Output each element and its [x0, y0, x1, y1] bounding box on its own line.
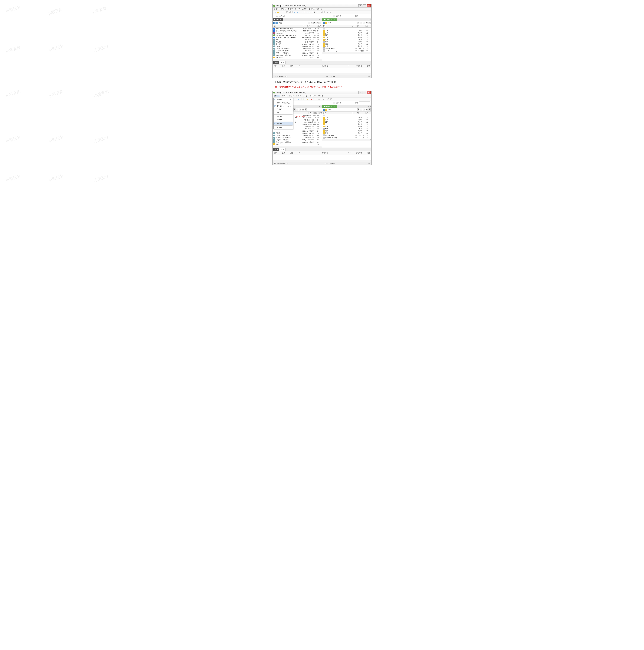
col-size[interactable]: 大小 [297, 25, 306, 28]
menu-item[interactable]: 新建(N)...Ctrl+N [273, 98, 293, 101]
col-size[interactable]: 大小 [346, 25, 356, 28]
tab-close-icon[interactable]: × [334, 19, 335, 21]
remote-scrollbar[interactable] [322, 52, 372, 54]
open-icon[interactable] [277, 11, 279, 13]
menu-item[interactable]: 打开(O)...Ctrl+O [273, 104, 293, 108]
menu-item[interactable]: 导出(E)... [273, 118, 293, 121]
tab-close-icon[interactable]: × [334, 106, 335, 107]
menu-window[interactable]: 窗口(W) [309, 8, 314, 10]
menu-window[interactable]: 窗口(W) [310, 95, 315, 97]
file-row[interactable]: 01_尚硅谷大数据技术之Hadoop（入门）V…53.91MBDOCX 文档20… [273, 36, 322, 39]
file-row[interactable]: 视频文件夹20 [322, 130, 372, 132]
maximize-button[interactable]: □ [363, 4, 367, 7]
new-session-icon[interactable] [274, 11, 276, 13]
transfer-tab[interactable]: 传输 [273, 61, 279, 64]
file-row[interactable]: 新建文件夹文件夹202 [273, 56, 322, 59]
file-row[interactable]: Snipaste.exe - 快捷方式1KB快捷方式202 [273, 50, 322, 52]
copy-icon[interactable] [289, 11, 291, 13]
settings-icon[interactable] [321, 11, 324, 13]
path-dropdown-icon[interactable]: ▾ [357, 22, 359, 24]
file-row[interactable]: 数仓3.0第2章项目需求分析和项目部署准备…4.85MBDOCX 文档202 [273, 30, 322, 32]
col-mod[interactable]: 修改 ^ [316, 25, 322, 28]
path-refresh-icon[interactable]: ↻ [313, 22, 316, 24]
menu-edit[interactable]: 编辑(E) [282, 95, 287, 97]
col-name[interactable]: 名称 [273, 25, 297, 28]
file-row[interactable]: v2rayN.exe - 快捷方式935 Bytes快捷方式202 [273, 134, 322, 137]
file-row[interactable]: 模板文件夹20 [322, 128, 372, 130]
file-row[interactable]: .. [322, 28, 372, 30]
menu-command[interactable]: 命令(C) [295, 8, 300, 10]
file-row[interactable]: dbeaver.exe - 快捷方式685 Bytes快捷方式202 [273, 141, 322, 143]
back-icon[interactable]: ◄ [294, 11, 296, 13]
host-dropdown-icon[interactable]: ▾ [333, 102, 335, 104]
remote-scrollbar[interactable] [322, 139, 372, 141]
file-row[interactable]: anaconda-ks.cfg2KBCFG 文件20 [322, 134, 372, 137]
path-refresh-icon[interactable]: ↻ [299, 109, 301, 111]
download-icon[interactable] [316, 11, 319, 13]
file-row[interactable]: 数仓3.0项目环境准备.docx4.69MBDOCX 文档202 [273, 28, 322, 30]
col-type[interactable]: 类型 [356, 25, 366, 28]
minimize-button[interactable]: ─ [358, 91, 362, 94]
file-row[interactable]: 音乐文件夹20 [322, 45, 372, 47]
menu-tools[interactable]: 工具(T) [303, 95, 308, 97]
file-row[interactable]: 桌面文件夹20 [322, 125, 372, 128]
view-mode-drop-icon[interactable]: ▾ [305, 108, 307, 111]
file-row[interactable]: 下载文件夹20 [322, 30, 372, 32]
tab-close-icon[interactable]: × [280, 19, 281, 21]
path-dropdown-icon[interactable]: ▾ [293, 108, 296, 111]
delete-icon[interactable] [309, 11, 311, 13]
help-icon[interactable] [327, 98, 329, 100]
file-row[interactable]: 图片文件夹20 [322, 121, 372, 123]
refresh-icon[interactable] [301, 11, 304, 13]
col-mod[interactable]: 修 [366, 25, 371, 28]
file-row[interactable]: 企业微信639 Bytes快捷方式202 [273, 43, 322, 45]
file-row[interactable]: 音乐文件夹20 [322, 132, 372, 134]
download-icon[interactable] [318, 98, 320, 100]
file-row[interactable]: 微信1KB快捷方式202 [273, 39, 322, 41]
path-up-icon[interactable]: ⇧ [360, 22, 362, 24]
minimize-button[interactable]: ─ [358, 4, 362, 7]
menu-item[interactable]: 退出(X) [273, 126, 293, 129]
file-row[interactable]: 腾讯QQ1KB快捷方式202 [273, 41, 322, 43]
remote-tab[interactable]: hadoop100 × [322, 19, 337, 21]
forward-icon[interactable]: ► [298, 98, 300, 100]
view-mode-drop-icon[interactable]: ▾ [319, 22, 321, 24]
close-button[interactable]: ✕ [367, 91, 371, 94]
pane-nav-left-icon[interactable]: ◂ [318, 106, 320, 107]
menu-edit[interactable]: 编辑(E) [281, 8, 286, 10]
menu-file[interactable]: 文件(F) [274, 8, 279, 10]
about-icon[interactable] [330, 98, 332, 100]
col-name[interactable]: 名称 [322, 25, 346, 28]
settings-icon[interactable] [323, 98, 325, 100]
user-input[interactable] [342, 102, 354, 104]
view-mode-icon[interactable]: ▤ [316, 22, 318, 24]
newfolder-icon[interactable] [306, 11, 308, 13]
upload-icon[interactable] [313, 11, 316, 13]
user-input[interactable] [342, 15, 354, 17]
file-row[interactable]: 下载文件夹20 [322, 116, 372, 119]
log-tab[interactable]: 日志 [280, 61, 286, 64]
file-row[interactable]: 639 Bytes快捷方式202 [273, 130, 322, 132]
file-row[interactable]: 2020年度研发&视频任务汇总.xls22KBXLS 工作表202 [273, 34, 322, 36]
delete-icon[interactable] [310, 98, 312, 100]
upload-icon[interactable] [315, 98, 317, 100]
file-row[interactable]: .. [322, 114, 372, 116]
file-row[interactable]: FeiQ.exe - 快捷方式882 Bytes快捷方式202 [273, 139, 322, 141]
view-mode-icon[interactable]: ▤ [366, 22, 368, 24]
file-row[interactable]: 公共文件夹20 [322, 32, 372, 34]
file-row[interactable]: dbeaver.exe - 快捷方式685 Bytes快捷方式202 [273, 54, 322, 56]
local-scrollbar[interactable] [273, 59, 322, 61]
view-mode-drop-icon[interactable]: ▾ [369, 22, 371, 24]
path-refresh-icon[interactable]: ↻ [363, 22, 365, 24]
log-tab[interactable]: 日志 [280, 148, 286, 151]
pwd-input[interactable] [359, 15, 370, 17]
maximize-button[interactable]: □ [363, 91, 367, 94]
pane-nav-right-icon[interactable]: ▸ [320, 106, 322, 107]
menu-item[interactable]: 另存为(S)... [273, 111, 293, 114]
properties-icon[interactable] [286, 11, 288, 13]
file-row[interactable]: 桌面文件夹20 [322, 38, 372, 41]
host-dropdown-icon[interactable]: ▾ [333, 15, 335, 17]
menu-item[interactable]: 关闭(C) [273, 108, 293, 111]
file-row[interactable]: Snipaste.exe - 快捷方式1KB快捷方式202 [273, 137, 322, 139]
transfer-scrollbar[interactable] [273, 73, 371, 75]
